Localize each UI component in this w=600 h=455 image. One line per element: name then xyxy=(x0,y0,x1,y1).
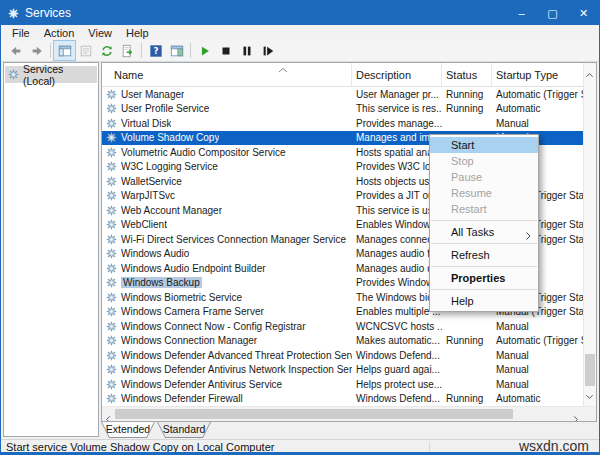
service-name: Windows Audio xyxy=(121,248,189,259)
service-name-cell: Windows Defender Antivirus Service xyxy=(102,377,352,392)
service-row[interactable]: Windows Defender Advanced Threat Protect… xyxy=(102,348,584,363)
tab-label: Standard xyxy=(158,422,210,437)
context-menu-separator xyxy=(431,266,537,267)
scroll-down-icon[interactable] xyxy=(585,387,594,405)
service-gear-icon xyxy=(106,379,117,390)
tab-label: Extended xyxy=(102,422,154,437)
restart-service-icon[interactable] xyxy=(257,41,278,60)
service-row[interactable]: Windows Connect Now - Config RegistrarWC… xyxy=(102,319,584,334)
service-row[interactable]: User ManagerUser Manager pr...RunningAut… xyxy=(102,87,584,102)
service-name-cell: Windows Backup xyxy=(102,276,352,291)
properties-icon xyxy=(75,41,96,60)
context-menu-item-all-tasks[interactable]: All Tasks xyxy=(430,224,538,240)
tree-item-services-local[interactable]: Services (Local) xyxy=(5,66,97,83)
service-name-cell: Wi-Fi Direct Services Connection Manager… xyxy=(102,232,352,247)
service-gear-icon xyxy=(106,277,117,288)
window-title: Services xyxy=(25,6,71,20)
service-gear-icon xyxy=(106,350,117,361)
help-icon[interactable]: ? xyxy=(145,41,166,60)
service-status xyxy=(442,363,492,378)
service-name: W3C Logging Service xyxy=(121,161,218,172)
menubar-item-action[interactable]: Action xyxy=(37,27,82,39)
service-name: WebClient xyxy=(121,219,167,230)
service-description: WCNCSVC hosts ... xyxy=(352,319,442,334)
maximize-button[interactable]: ▢ xyxy=(537,1,568,25)
pause-service-icon[interactable] xyxy=(236,41,257,60)
service-row[interactable]: Windows Connection ManagerMakes automati… xyxy=(102,334,584,349)
start-service-icon[interactable] xyxy=(194,41,215,60)
service-gear-icon xyxy=(106,306,117,317)
service-name-cell: Windows Connection Manager xyxy=(102,334,352,349)
service-name-cell: Windows Defender Firewall xyxy=(102,392,352,407)
tab-standard[interactable]: Standard xyxy=(157,422,211,438)
service-name: WalletService xyxy=(121,176,182,187)
service-row[interactable]: Windows Defender Antivirus Network Inspe… xyxy=(102,363,584,378)
export-list-icon[interactable] xyxy=(117,41,138,60)
stop-service-icon[interactable] xyxy=(215,41,236,60)
service-name: Windows Defender Firewall xyxy=(121,393,243,404)
scroll-right-icon[interactable] xyxy=(572,410,580,422)
service-gear-icon xyxy=(106,89,117,100)
service-status xyxy=(442,348,492,363)
menubar-item-view[interactable]: View xyxy=(81,27,119,39)
service-gear-icon xyxy=(106,190,117,201)
service-gear-icon xyxy=(106,234,117,245)
service-name-cell: Virtual Disk xyxy=(102,116,352,131)
vertical-scroll-thumb[interactable] xyxy=(585,354,595,386)
refresh-icon[interactable] xyxy=(96,41,117,60)
menubar-item-help[interactable]: Help xyxy=(119,27,156,39)
context-menu-item-properties[interactable]: Properties xyxy=(430,270,538,286)
service-name-cell: User Profile Service xyxy=(102,102,352,117)
menubar-item-file[interactable]: File xyxy=(5,27,37,39)
service-name-cell: User Manager xyxy=(102,87,352,102)
service-name: User Profile Service xyxy=(121,103,209,114)
service-startup-type: Automatic (Trigger Start) xyxy=(492,334,584,349)
context-menu-item-refresh[interactable]: Refresh xyxy=(430,247,538,263)
close-button[interactable]: ✕ xyxy=(568,1,599,25)
service-row[interactable]: Virtual DiskProvides manage...Manual xyxy=(102,116,584,131)
service-gear-icon xyxy=(106,161,117,172)
context-menu-item-start[interactable]: Start xyxy=(430,137,538,153)
service-name-cell: WalletService xyxy=(102,174,352,189)
console-tree-panel: Services (Local) xyxy=(3,62,99,437)
service-name-cell: Web Account Manager xyxy=(102,203,352,218)
column-header-description[interactable]: Description xyxy=(352,63,442,86)
service-gear-icon xyxy=(106,103,117,114)
toolbar-separator xyxy=(50,43,51,58)
back-icon[interactable] xyxy=(5,41,26,60)
tab-extended[interactable]: Extended xyxy=(101,422,155,438)
service-row[interactable]: Windows Defender FirewallWindows Defend.… xyxy=(102,392,584,407)
service-gear-icon xyxy=(106,118,117,129)
service-row[interactable]: Windows Defender Antivirus ServiceHelps … xyxy=(102,377,584,392)
service-name: Windows Backup xyxy=(121,277,202,288)
service-description: Windows Defend... xyxy=(352,392,442,407)
menubar: FileActionViewHelp xyxy=(1,25,599,40)
column-header-startup-type[interactable]: Startup Type xyxy=(492,63,584,86)
service-name-cell: Volume Shadow Copy xyxy=(102,131,352,146)
show-action-pane-icon[interactable] xyxy=(166,41,187,60)
service-name: Windows Camera Frame Server xyxy=(121,306,264,317)
horizontal-scrollbar[interactable] xyxy=(102,406,596,421)
show-console-tree-icon[interactable] xyxy=(54,41,75,60)
column-header-status[interactable]: Status xyxy=(442,63,492,86)
context-menu-separator xyxy=(431,243,537,244)
service-description: Windows Defend... xyxy=(352,348,442,363)
scroll-left-icon[interactable] xyxy=(104,410,112,422)
service-status: Running xyxy=(442,392,492,407)
service-status xyxy=(442,377,492,392)
service-name: Windows Biometric Service xyxy=(121,292,242,303)
scroll-up-icon[interactable] xyxy=(585,65,594,83)
forward-icon[interactable] xyxy=(26,41,47,60)
service-gear-icon xyxy=(106,219,117,230)
context-menu-item-help[interactable]: Help xyxy=(430,293,538,309)
vertical-scrollbar[interactable] xyxy=(583,63,596,407)
column-header-name[interactable]: Name xyxy=(102,63,352,86)
service-name: Web Account Manager xyxy=(121,205,222,216)
service-row[interactable]: User Profile ServiceThis service is res.… xyxy=(102,102,584,117)
service-name-cell: Windows Defender Advanced Threat Protect… xyxy=(102,348,352,363)
minimize-button[interactable]: – xyxy=(506,1,537,25)
service-name-cell: Windows Defender Antivirus Network Inspe… xyxy=(102,363,352,378)
horizontal-scroll-thumb[interactable] xyxy=(115,409,513,419)
service-name: Windows Defender Antivirus Network Inspe… xyxy=(121,364,352,375)
service-description: This service is res... xyxy=(352,102,442,117)
